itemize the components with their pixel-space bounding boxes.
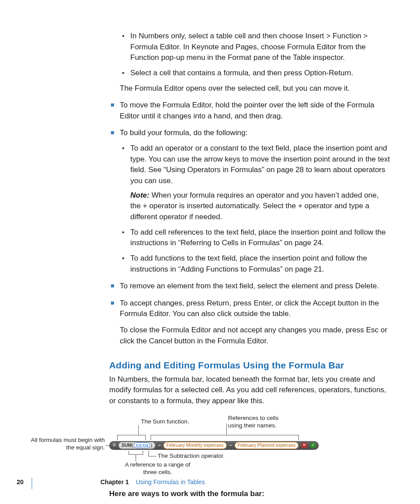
minus-operator: − (157, 442, 162, 449)
text: To move the Formula Editor, hold the poi… (120, 101, 374, 120)
formula-bar-diagram: All formulas must begin with the equal s… (21, 415, 365, 481)
text: To add an operator or a constant to the … (130, 144, 390, 185)
page-number: 20 (17, 478, 24, 486)
callout-range: A reference to a range of three cells. (122, 461, 193, 476)
ways-heading: Here are ways to work with the formula b… (109, 489, 391, 500)
list-item: To move the Formula Editor, hold the poi… (109, 100, 391, 121)
section-heading: Adding and Editing Formulas Using the Fo… (109, 359, 391, 372)
formula-bar: = SUM ( C2:C4 ) − February Monthly expen… (109, 441, 319, 450)
footer-chapter: Chapter 1 Using Formulas in Tables (100, 478, 205, 486)
reference-pill: February Planned expenses (235, 442, 298, 449)
note-label: Note: (130, 191, 149, 199)
list-item: To remove an element from the text field… (109, 281, 391, 292)
list-item: To add an operator or a constant to the … (120, 143, 391, 222)
note: Note: When your formula requires an oper… (130, 190, 391, 223)
callout-references: References to cells using their names. (228, 415, 290, 430)
section-intro: In Numbers, the formula bar, located ben… (109, 374, 391, 407)
page: In Numbers only, select a table cell and… (0, 0, 420, 504)
paragraph: To close the Formula Editor and not acce… (120, 325, 391, 346)
callout-sum: The Sum function. (141, 418, 189, 426)
text: To accept changes, press Return, press E… (120, 299, 379, 318)
sub-bullet-list: To add an operator or a constant to the … (120, 143, 391, 275)
list-item: To add cell references to the text field… (120, 227, 391, 249)
list-item: To add functions to the text field, plac… (120, 253, 391, 275)
accept-icon: ✓ (310, 442, 316, 449)
list-item: To build your formula, do the following:… (109, 128, 391, 275)
paragraph: The Formula Editor opens over the select… (120, 83, 391, 94)
text: To add functions to the text field, plac… (130, 254, 367, 273)
cancel-icon: ✕ (301, 442, 307, 449)
text: To add cell references to the text field… (130, 228, 386, 247)
text: To remove an element from the text field… (120, 282, 379, 290)
equal-sign: = (113, 441, 116, 449)
callout-equal-sign: All formulas must begin with the equal s… (21, 437, 105, 452)
body-content: In Numbers only, select a table cell and… (109, 31, 391, 504)
minus-operator: − (228, 442, 233, 449)
list-item: To accept changes, press Return, press E… (109, 298, 391, 347)
text: In Numbers only, select a table cell and… (130, 32, 368, 62)
sum-pill: SUM ( C2:C4 ) (118, 442, 155, 449)
list-item: In Numbers only, select a table cell and… (120, 31, 391, 63)
footer-rule (32, 478, 32, 489)
list-item: Select a cell that contains a formula, a… (120, 68, 391, 79)
chapter-label: Chapter 1 (100, 478, 129, 486)
callout-subtraction: The Subtraction operator. (158, 452, 225, 460)
text: Select a cell that contains a formula, a… (130, 69, 354, 77)
chapter-title: Using Formulas in Tables (136, 478, 205, 486)
reference-pill: February Monthly expenses (163, 442, 227, 449)
note-body: When your formula requires an operator a… (130, 191, 379, 221)
main-bullet-list: To move the Formula Editor, hold the poi… (109, 100, 391, 346)
sub-bullet-list: In Numbers only, select a table cell and… (120, 31, 391, 79)
range-pill: C2:C4 (134, 442, 150, 448)
sum-label: SUM (122, 442, 132, 449)
text: To build your formula, do the following: (120, 129, 247, 137)
